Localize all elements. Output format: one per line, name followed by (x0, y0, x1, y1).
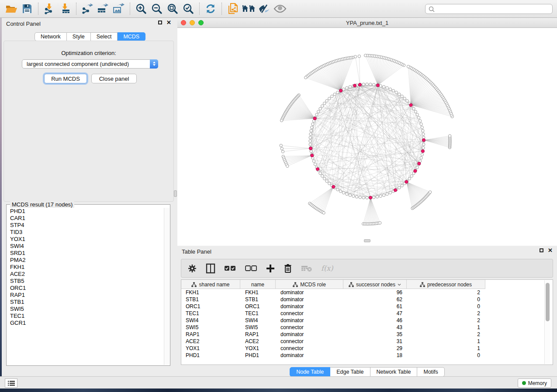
select-all-icon[interactable] (224, 265, 236, 272)
search-box[interactable] (425, 4, 553, 14)
add-column-icon[interactable] (266, 264, 275, 273)
tab-node-table[interactable]: Node Table (290, 367, 330, 377)
column-label: predecessor nodes (427, 282, 472, 288)
table-row[interactable]: YOX1YOX1connector291 (181, 345, 554, 352)
mcds-result-item[interactable]: YOX1 (7, 236, 164, 243)
table-cell: 0 (407, 352, 485, 359)
mcds-result-item[interactable]: CAR1 (7, 215, 164, 222)
close-panel-icon[interactable]: ✕ (548, 248, 553, 252)
vertical-splitter-handle[interactable] (174, 190, 177, 197)
export-image-button[interactable] (111, 1, 127, 16)
close-panel-icon[interactable]: ✕ (166, 21, 171, 24)
mcds-result-item[interactable]: ORC1 (7, 285, 164, 292)
zoom-out-button[interactable] (149, 1, 165, 16)
memory-button[interactable]: Memory (518, 378, 551, 388)
save-session-button[interactable] (19, 1, 35, 16)
column-header-shared-name[interactable]: shared name (181, 280, 240, 289)
table-cell: SWI4 (240, 317, 276, 324)
zoom-fit-button[interactable] (165, 1, 180, 16)
table-panel: Table Panel ✕ (177, 246, 557, 376)
table-scrollbar-thumb[interactable] (546, 283, 550, 321)
import-network-button[interactable] (42, 1, 57, 16)
column-header-name[interactable]: name (240, 280, 276, 289)
table-row[interactable]: RAP1RAP1dominator352 (181, 331, 554, 338)
export-table-button[interactable] (95, 1, 111, 16)
tab-select[interactable]: Select (91, 32, 118, 41)
table-row[interactable]: ACE2ACE2connector311 (181, 338, 554, 345)
table-cell: 31 (343, 338, 407, 345)
horizontal-splitter-handle[interactable] (364, 239, 370, 242)
tab-network-table[interactable]: Network Table (370, 367, 418, 377)
table-row[interactable]: STB1STB1dominator620 (181, 296, 554, 303)
network-document-icon (227, 3, 239, 15)
table-panel-tabs: Node Table Edge Table Network Table Moti… (177, 367, 557, 377)
table-panel-title: Table Panel (182, 248, 211, 255)
open-session-button[interactable] (3, 1, 19, 16)
table-settings-gear-icon[interactable] (187, 264, 197, 273)
hide-graphics-details-button[interactable] (256, 1, 272, 16)
mcds-result-item[interactable]: RAP1 (7, 292, 164, 299)
mcds-result-groupbox: MCDS result (17 nodes) PHD1CAR1STP4TID3Y… (6, 204, 170, 366)
mcds-result-item[interactable]: STB5 (7, 278, 164, 285)
table-row[interactable]: TEC1TEC1connector472 (181, 310, 554, 317)
mcds-result-item[interactable]: GCR1 (7, 320, 164, 327)
mcds-result-item[interactable]: ACE2 (7, 271, 164, 278)
table-row[interactable]: SWI4SWI4dominator462 (181, 317, 554, 324)
table-cell: YOX1 (181, 345, 240, 352)
new-network-from-selection-button[interactable] (225, 1, 241, 16)
mcds-result-item[interactable]: TID3 (7, 229, 164, 236)
function-builder-icon[interactable]: f(x) (321, 264, 333, 272)
table-cell: connector (276, 310, 343, 317)
float-panel-icon[interactable] (158, 21, 162, 24)
mcds-result-item[interactable]: STB1 (7, 299, 164, 306)
table-row[interactable]: ORC1ORC1dominator610 (181, 303, 554, 310)
export-network-button[interactable] (80, 1, 95, 16)
tab-style[interactable]: Style (67, 32, 91, 41)
table-cell: 2 (407, 317, 485, 324)
mcds-result-item[interactable]: PMA2 (7, 257, 164, 264)
optimization-criterion-select[interactable]: largest connected component (undirected) (22, 59, 158, 69)
column-header-mcds-role[interactable]: MCDS role (276, 280, 343, 289)
tab-network[interactable]: Network (35, 32, 67, 41)
delete-column-trash-icon[interactable] (284, 264, 292, 273)
search-input[interactable] (435, 5, 552, 13)
table-cell: 2 (407, 310, 485, 317)
task-history-button[interactable] (5, 378, 17, 388)
refresh-button[interactable] (203, 1, 218, 16)
mcds-result-item[interactable]: TEC1 (7, 313, 164, 320)
column-header-successor-nodes[interactable]: successor nodes (343, 280, 407, 289)
houses-button[interactable] (241, 1, 256, 16)
node-table: shared name name MCDS role successor nod… (181, 279, 553, 365)
mcds-result-item[interactable]: FKH1 (7, 264, 164, 271)
tab-edge-table[interactable]: Edge Table (330, 367, 370, 377)
mcds-result-item[interactable]: SWI4 (7, 243, 164, 250)
column-header-predecessor-nodes[interactable]: predecessor nodes (407, 280, 485, 289)
zoom-in-button[interactable] (133, 1, 149, 16)
float-panel-icon[interactable] (540, 248, 543, 252)
tab-mcds[interactable]: MCDS (118, 32, 145, 41)
deselect-all-icon[interactable] (245, 265, 257, 272)
mcds-result-item[interactable]: SRD1 (7, 250, 164, 257)
table-row[interactable]: SWI5SWI5connector431 (181, 324, 554, 331)
tab-motifs[interactable]: Motifs (417, 367, 444, 377)
run-mcds-button[interactable]: Run MCDS (44, 74, 87, 83)
mcds-result-item[interactable]: SWI5 (7, 306, 164, 313)
zoom-selected-button[interactable] (180, 1, 196, 16)
import-table-button[interactable] (57, 1, 73, 16)
table-scrollbar[interactable] (544, 280, 550, 364)
table-cell: RAP1 (240, 331, 276, 338)
table-row[interactable]: PHD1PHD1dominator180 (181, 352, 554, 359)
show-graphics-details-button[interactable] (272, 1, 288, 16)
table-cell: FKH1 (240, 289, 276, 296)
export-network-icon (81, 3, 93, 14)
mcds-result-scrollbar[interactable] (164, 208, 170, 365)
table-row[interactable]: FKH1FKH1dominator962 (181, 289, 554, 296)
network-graph-canvas[interactable] (177, 28, 557, 246)
clear-table-icon[interactable] (301, 265, 312, 272)
close-panel-button[interactable]: Close panel (91, 74, 137, 83)
control-panel-tabs: Network Style Select MCDS (35, 32, 145, 41)
mcds-result-item[interactable]: STP4 (7, 222, 164, 229)
mcds-result-item[interactable]: PHD1 (7, 208, 164, 215)
toolbar-separator (199, 3, 200, 15)
split-panel-icon[interactable] (206, 263, 215, 274)
